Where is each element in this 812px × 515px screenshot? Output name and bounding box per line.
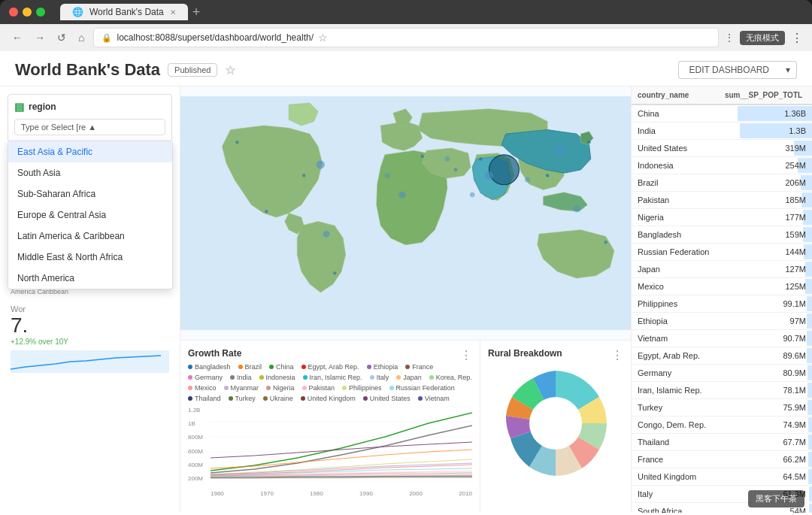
dropdown-item-east-asia[interactable]: East Asia & Pacific — [8, 141, 172, 162]
kpi-value: 7. — [11, 314, 169, 338]
country-name-cell: Egypt, Arab Rep. — [632, 347, 719, 365]
table-row[interactable]: Ethiopia 97M — [632, 313, 812, 330]
world-map-area — [180, 86, 631, 340]
population-value-cell: 75.9M — [719, 399, 812, 417]
growth-chart-legend: Bangladesh Brazil China Egypt, Arab Rep.… — [188, 363, 472, 402]
close-button[interactable] — [9, 8, 18, 17]
table-row[interactable]: Nigeria 177M — [632, 209, 812, 226]
filter-select[interactable]: Type or Select [re ▲ — [14, 119, 165, 135]
legend-item-myanmar: Myanmar — [224, 384, 259, 392]
svg-point-16 — [420, 155, 423, 158]
table-row[interactable]: Egypt, Arab Rep. 89.6M — [632, 347, 812, 365]
table-row[interactable]: Thailand 67.7M — [632, 434, 812, 451]
svg-point-14 — [479, 157, 482, 160]
population-value-cell: 1.36B — [719, 105, 812, 123]
maximize-button[interactable] — [36, 8, 45, 17]
dropdown-item-latin-america[interactable]: Latin America & Caribbean — [8, 226, 172, 247]
traffic-lights — [9, 8, 45, 17]
svg-point-21 — [454, 168, 457, 171]
population-value-cell: 206M — [719, 174, 812, 192]
url-text: localhost:8088/superset/dashboard/world_… — [117, 32, 314, 43]
growth-chart-menu-icon[interactable]: ⋮ — [460, 348, 472, 362]
dropdown-item-south-asia[interactable]: South Asia — [8, 162, 172, 183]
legend-item-egypt: Egypt, Arab Rep. — [301, 363, 359, 371]
forward-button[interactable]: → — [32, 30, 48, 45]
dropdown-item-sub-saharan[interactable]: Sub-Saharan Africa — [8, 183, 172, 204]
table-row[interactable]: Philippines 99.1M — [632, 295, 812, 313]
rural-chart-menu-icon[interactable]: ⋮ — [611, 348, 623, 362]
left-panel: ▤ region Type or Select [re ▲ East Asia … — [0, 86, 180, 513]
table-row[interactable]: China 1.36B — [632, 105, 812, 123]
population-value-cell: 1.3B — [719, 123, 812, 140]
address-bar: ← → ↺ ⌂ 🔒 localhost:8088/superset/dashbo… — [0, 24, 812, 51]
table-row[interactable]: Congo, Dem. Rep. 74.9M — [632, 417, 812, 434]
legend-item-korea: Korea, Rep. — [429, 374, 472, 381]
dashboard-body: ▤ region Type or Select [re ▲ East Asia … — [0, 86, 812, 513]
dropdown-item-europe[interactable]: Europe & Central Asia — [8, 204, 172, 226]
kpi-sub-value: +12.9% over 10Y — [11, 338, 169, 346]
population-value-cell: 125M — [719, 278, 812, 295]
table-row[interactable]: Iran, Islamic Rep. 78.1M — [632, 382, 812, 399]
population-value-cell: 89.6M — [719, 347, 812, 365]
table-row[interactable]: India 1.3B — [632, 123, 812, 140]
legend-item-philippines: Philippines — [342, 384, 382, 392]
bookmark-icon[interactable]: ☆ — [318, 32, 328, 44]
table-row[interactable]: Indonesia 254M — [632, 157, 812, 174]
table-row[interactable]: Japan 127M — [632, 261, 812, 278]
x-axis-labels: 196019701980199020002010 — [211, 490, 472, 497]
table-row[interactable]: Turkey 75.9M — [632, 399, 812, 417]
table-row[interactable]: Bangladesh 159M — [632, 226, 812, 244]
legend-item-ukraine: Ukraine — [263, 395, 293, 402]
home-button[interactable]: ⌂ — [75, 30, 87, 45]
favorite-star-icon[interactable]: ☆ — [225, 63, 235, 77]
back-button[interactable]: ← — [9, 30, 26, 45]
new-tab-button[interactable]: + — [192, 5, 201, 19]
dropdown-item-north-america[interactable]: North America — [8, 268, 172, 289]
population-value-cell: 185M — [719, 192, 812, 209]
population-value-cell: 78.1M — [719, 382, 812, 399]
legend-item-iran: Iran, Islamic Rep. — [303, 374, 362, 381]
edit-dashboard-dropdown-button[interactable]: ▾ — [780, 61, 797, 79]
edit-dashboard-button[interactable]: EDIT DASHBOARD — [678, 61, 780, 79]
dropdown-item-middle-east[interactable]: Middle East & North Africa — [8, 247, 172, 268]
country-name-cell: Nigeria — [632, 209, 719, 226]
rural-breakdown-title: Rural Breakdown — [488, 348, 623, 359]
country-name-cell: United Kingdom — [632, 468, 719, 486]
extensions-button[interactable]: ⋮ — [725, 32, 734, 43]
tabs-bar: 🌐 World Bank's Data ✕ + — [60, 4, 200, 20]
tab-favicon: 🌐 — [72, 7, 83, 17]
svg-point-28 — [529, 397, 582, 450]
tab-close-button[interactable]: ✕ — [170, 8, 176, 17]
svg-point-17 — [302, 174, 305, 177]
legend-item-nigeria: Nigeria — [266, 384, 295, 392]
dashboard: World Bank's Data Published ☆ EDIT DASHB… — [0, 51, 812, 515]
table-row[interactable]: Pakistan 185M — [632, 192, 812, 209]
dashboard-title-area: World Bank's Data Published ☆ — [15, 60, 235, 80]
table-row[interactable]: France 66.2M — [632, 451, 812, 468]
active-tab[interactable]: 🌐 World Bank's Data ✕ — [60, 4, 188, 20]
map-panel: Growth Rate ⋮ Bangladesh Brazil China Eg… — [180, 86, 632, 513]
kpi-area: America Caribbean Wor 7. +12.9% over 10Y — [8, 285, 172, 380]
filter-label: region — [29, 101, 56, 112]
table-scroll[interactable]: country_name sum__SP_POP_TOTL China 1.36… — [632, 86, 812, 513]
growth-rate-chart: Growth Rate ⋮ Bangladesh Brazil China Eg… — [180, 341, 480, 513]
legend-item-thailand: Thailand — [188, 395, 221, 402]
table-row[interactable]: Russian Federation 144M — [632, 244, 812, 261]
country-name-cell: Mexico — [632, 278, 719, 295]
table-row[interactable]: Germany 80.9M — [632, 365, 812, 382]
kpi-sparkline-svg — [11, 350, 169, 373]
table-row[interactable]: United States 319M — [632, 140, 812, 157]
table-row[interactable]: Brazil 206M — [632, 174, 812, 192]
minimize-button[interactable] — [23, 8, 32, 17]
more-menu-button[interactable]: ⋮ — [791, 31, 803, 45]
table-row[interactable]: Vietnam 90.7M — [632, 330, 812, 347]
published-badge: Published — [168, 63, 217, 77]
url-bar[interactable]: 🔒 localhost:8088/superset/dashboard/worl… — [93, 28, 719, 47]
donut-chart-area — [488, 363, 623, 483]
legend-item-china: China — [269, 363, 294, 371]
refresh-button[interactable]: ↺ — [54, 30, 69, 45]
table-row[interactable]: Mexico 125M — [632, 278, 812, 295]
table-row[interactable]: United Kingdom 64.5M — [632, 468, 812, 486]
browser-chrome: 🌐 World Bank's Data ✕ + ← → ↺ ⌂ 🔒 localh… — [0, 0, 812, 51]
dashboard-header: World Bank's Data Published ☆ EDIT DASHB… — [0, 51, 812, 86]
